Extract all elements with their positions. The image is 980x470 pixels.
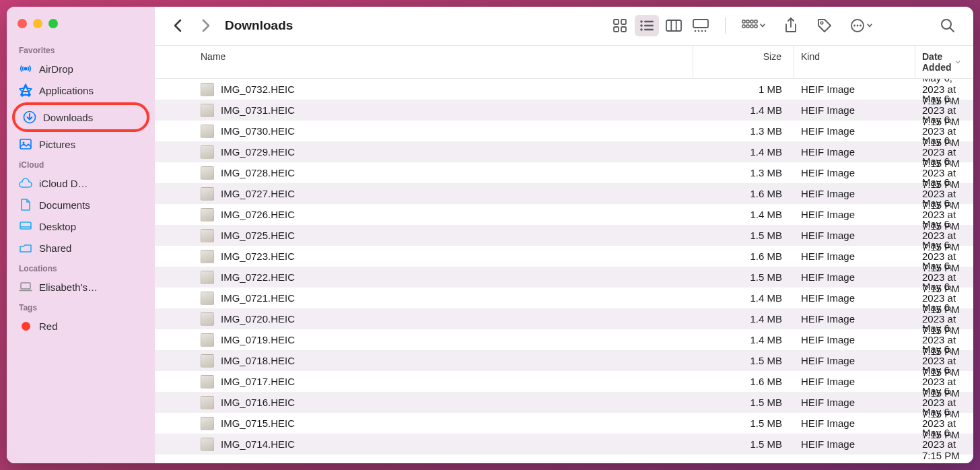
file-row[interactable]: IMG_0731.HEIC 1.4 MB HEIF Image May 6, 2…	[155, 100, 973, 121]
file-row[interactable]: IMG_0723.HEIC 1.6 MB HEIF Image May 6, 2…	[155, 246, 973, 267]
file-thumbnail-icon	[201, 208, 214, 222]
svg-point-0	[24, 67, 28, 71]
sidebar-item-desktop[interactable]: Desktop	[12, 215, 149, 237]
file-size: 1.3 MB	[693, 167, 794, 178]
file-kind: HEIF Image	[794, 83, 915, 95]
file-name: IMG_0728.HEIC	[221, 167, 295, 178]
action-menu-button[interactable]	[846, 15, 876, 36]
sidebar-item-downloads[interactable]: Downloads	[12, 102, 149, 132]
finder-window: FavoritesAirDropApplicationsDownloadsPic…	[7, 7, 973, 463]
svg-rect-10	[621, 20, 626, 24]
file-list[interactable]: IMG_0732.HEIC 1 MB HEIF Image May 6, 202…	[155, 79, 973, 463]
svg-rect-34	[755, 25, 757, 28]
sidebar-item-label: AirDrop	[39, 63, 73, 75]
file-name: IMG_0721.HEIC	[221, 292, 295, 304]
svg-point-37	[853, 25, 855, 27]
sidebar-item-label: Elisabeth's…	[39, 281, 98, 293]
sidebar-item-elisabeths[interactable]: Elisabeth's…	[12, 276, 149, 298]
file-kind: HEIF Image	[794, 292, 915, 304]
file-kind: HEIF Image	[794, 230, 915, 241]
file-kind: HEIF Image	[794, 104, 915, 116]
file-kind: HEIF Image	[794, 250, 915, 262]
file-row[interactable]: IMG_0730.HEIC 1.3 MB HEIF Image May 6, 2…	[155, 121, 973, 141]
file-row[interactable]: IMG_0716.HEIC 1.5 MB HEIF Image May 6, 2…	[155, 392, 973, 413]
svg-point-4	[23, 142, 25, 144]
apps-icon	[19, 83, 32, 97]
file-row[interactable]: IMG_0729.HEIC 1.4 MB HEIF Image May 6, 2…	[155, 141, 973, 162]
file-row[interactable]: IMG_0714.HEIC 1.5 MB HEIF Image May 6, 2…	[155, 434, 973, 455]
file-row[interactable]: IMG_0718.HEIC 1.5 MB HEIF Image May 6, 2…	[155, 350, 973, 371]
sidebar-item-icloudd[interactable]: iCloud D…	[12, 172, 149, 194]
file-row[interactable]: IMG_0722.HEIC 1.5 MB HEIF Image May 6, 2…	[155, 267, 973, 288]
svg-rect-7	[21, 283, 30, 289]
file-row[interactable]: IMG_0719.HEIC 1.4 MB HEIF Image May 6, 2…	[155, 329, 973, 350]
svg-rect-28	[746, 20, 749, 23]
svg-rect-12	[621, 27, 626, 32]
minimize-button[interactable]	[33, 19, 42, 28]
svg-rect-29	[750, 20, 753, 23]
cloud-icon	[19, 176, 32, 190]
icon-view-button[interactable]	[608, 15, 632, 36]
toolbar: Downloads	[155, 7, 973, 45]
sidebar-item-label: Desktop	[39, 221, 76, 232]
sidebar-item-label: Shared	[39, 242, 71, 254]
svg-point-25	[701, 30, 703, 32]
search-button[interactable]	[936, 15, 960, 36]
file-row[interactable]: IMG_0717.HEIC 1.6 MB HEIF Image May 6, 2…	[155, 371, 973, 392]
sidebar-item-documents[interactable]: Documents	[12, 194, 149, 215]
svg-line-41	[950, 28, 954, 32]
file-row[interactable]: IMG_0721.HEIC 1.4 MB HEIF Image May 6, 2…	[155, 288, 973, 308]
file-size: 1.4 MB	[693, 334, 794, 345]
file-row[interactable]: IMG_0720.HEIC 1.4 MB HEIF Image May 6, 2…	[155, 308, 973, 329]
maximize-button[interactable]	[48, 19, 58, 28]
file-row[interactable]: IMG_0732.HEIC 1 MB HEIF Image May 6, 202…	[155, 79, 973, 100]
column-header-date-added[interactable]: Date Added	[915, 46, 973, 78]
file-thumbnail-icon	[201, 104, 214, 117]
svg-rect-31	[742, 25, 745, 28]
file-row[interactable]: IMG_0715.HEIC 1.5 MB HEIF Image May 6, 2…	[155, 413, 973, 434]
separator	[725, 18, 726, 34]
svg-rect-11	[614, 27, 619, 32]
laptop-icon	[19, 280, 32, 294]
file-kind: HEIF Image	[794, 355, 915, 366]
close-button[interactable]	[18, 19, 27, 28]
file-size: 1.4 MB	[693, 146, 794, 158]
svg-rect-14	[644, 21, 654, 22]
pictures-icon	[19, 137, 32, 151]
file-size: 1.5 MB	[693, 230, 794, 241]
svg-rect-33	[750, 25, 753, 28]
sidebar-section-header: iCloud	[12, 155, 149, 172]
file-thumbnail-icon	[201, 229, 214, 242]
share-button[interactable]	[779, 15, 803, 36]
sidebar-item-pictures[interactable]: Pictures	[12, 133, 149, 155]
file-thumbnail-icon	[201, 333, 214, 347]
svg-point-17	[640, 28, 643, 31]
file-thumbnail-icon	[201, 187, 214, 201]
sidebar-item-red[interactable]: Red	[12, 315, 149, 337]
chevron-down-icon	[956, 60, 960, 65]
group-by-button[interactable]	[738, 15, 769, 36]
svg-rect-19	[666, 20, 681, 31]
tags-button[interactable]	[812, 15, 837, 36]
file-row[interactable]: IMG_0727.HEIC 1.6 MB HEIF Image May 6, 2…	[155, 183, 973, 204]
file-name: IMG_0716.HEIC	[221, 397, 295, 408]
svg-rect-18	[644, 29, 654, 30]
file-size: 1.4 MB	[693, 104, 794, 116]
sidebar-item-airdrop[interactable]: AirDrop	[12, 58, 149, 79]
back-button[interactable]	[168, 16, 187, 35]
gallery-view-button[interactable]	[689, 15, 713, 36]
column-view-button[interactable]	[662, 15, 686, 36]
file-row[interactable]: IMG_0725.HEIC 1.5 MB HEIF Image May 6, 2…	[155, 225, 973, 246]
svg-point-13	[640, 20, 643, 23]
column-header-kind[interactable]: Kind	[794, 46, 915, 78]
file-row[interactable]: IMG_0726.HEIC 1.4 MB HEIF Image May 6, 2…	[155, 204, 973, 225]
file-row[interactable]: IMG_0728.HEIC 1.3 MB HEIF Image May 6, 2…	[155, 162, 973, 183]
column-header-size[interactable]: Size	[693, 46, 794, 78]
list-view-button[interactable]	[635, 15, 659, 36]
sidebar-item-applications[interactable]: Applications	[12, 79, 149, 101]
column-header-name[interactable]: Name	[194, 46, 693, 78]
forward-button[interactable]	[197, 16, 215, 35]
sidebar-item-shared[interactable]: Shared	[12, 237, 149, 259]
file-size: 1.5 MB	[693, 438, 794, 450]
file-kind: HEIF Image	[794, 167, 915, 178]
